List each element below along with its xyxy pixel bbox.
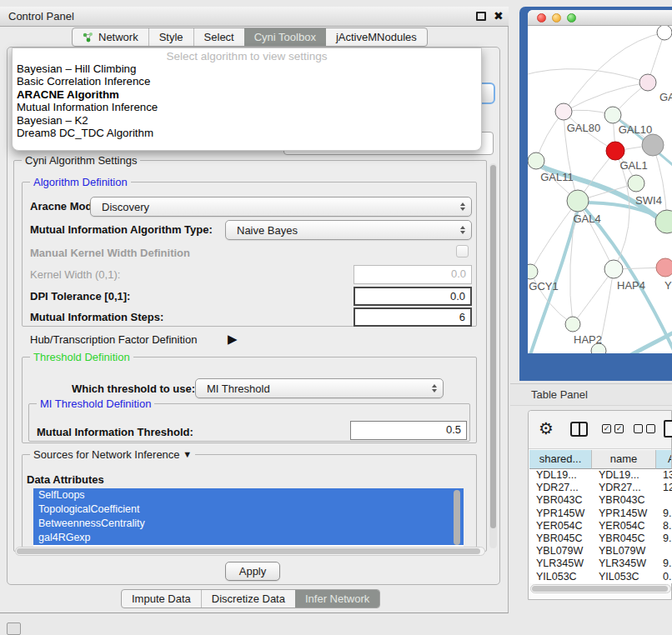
- list-item[interactable]: BetweennessCentrality: [33, 517, 464, 531]
- dropdown-option[interactable]: Dream8 DC_TDC Algorithm: [13, 127, 481, 139]
- network-node[interactable]: [528, 152, 544, 169]
- minimized-window-icon[interactable]: [7, 622, 21, 635]
- table-row[interactable]: YBR043C YBR043C: [529, 494, 672, 507]
- tab-jactivemnodules[interactable]: jActiveMNodules: [326, 28, 427, 46]
- node-label: HAP4: [617, 279, 645, 292]
- dropdown-option[interactable]: Basic Correlation Inference: [13, 75, 481, 88]
- stepper-arrows-icon: [460, 202, 465, 211]
- close-icon[interactable]: ✖: [494, 9, 504, 22]
- cell-shared: YDL19...: [529, 469, 592, 482]
- network-canvas[interactable]: GAL GAL80 GAL10 GAL1 GAL11 SWI4 GAL4 GCY…: [528, 26, 672, 353]
- column-header-shared[interactable]: shared...: [529, 450, 592, 469]
- tab-style[interactable]: Style: [148, 28, 193, 46]
- mi-steps-field[interactable]: 6: [354, 308, 472, 327]
- network-node-gal80[interactable]: [555, 103, 572, 120]
- aracne-mode-combo[interactable]: Discovery: [90, 197, 472, 217]
- tab-label: Select: [204, 31, 234, 43]
- network-node-salmon[interactable]: [656, 258, 672, 277]
- network-node-gray[interactable]: [642, 134, 664, 156]
- dropdown-option[interactable]: Bayesian – K2: [13, 114, 481, 127]
- network-node-hap4[interactable]: [604, 260, 623, 278]
- table-row[interactable]: YPR145W YPR145W 9.: [529, 508, 672, 520]
- column-header-name[interactable]: name: [592, 450, 656, 469]
- attribute-list-scrollbar-thumb[interactable]: [454, 490, 460, 545]
- tab-discretize-data[interactable]: Discretize Data: [201, 590, 295, 608]
- network-node-gal4[interactable]: [567, 190, 589, 212]
- data-attributes-list[interactable]: SelfLoops TopologicalCoefficient Between…: [33, 488, 464, 547]
- network-node-gal-partial[interactable]: [639, 74, 656, 91]
- cell-shared: YIL053C: [529, 571, 592, 583]
- network-node[interactable]: [657, 26, 672, 40]
- algorithm-dropdown-popup: Select algorithm to view settings Bayesi…: [12, 48, 482, 151]
- dropdown-option[interactable]: Mutual Information Inference: [13, 101, 481, 113]
- cell-third: 13: [656, 469, 672, 482]
- tab-impute-data[interactable]: Impute Data: [122, 590, 201, 608]
- cell-shared: YLR345W: [529, 558, 592, 570]
- stepper-arrows-icon: [460, 226, 465, 234]
- mi-type-combo[interactable]: Naive Bayes: [225, 220, 472, 240]
- mi-threshold-field[interactable]: 0.5: [350, 421, 467, 440]
- table-row[interactable]: YER054C YER054C 8.: [529, 520, 672, 532]
- table-row[interactable]: YDR27... YDR27... 12: [529, 482, 672, 494]
- list-item[interactable]: SelfLoops: [33, 488, 464, 502]
- cell-shared: YPR145W: [529, 508, 592, 520]
- field-value: 0.5: [446, 423, 461, 436]
- zoom-traffic-light-icon[interactable]: [567, 13, 576, 22]
- gear-icon[interactable]: ⚙: [539, 418, 554, 438]
- kernel-width-field[interactable]: 0.0: [354, 265, 472, 284]
- tab-label: jActiveMNodules: [336, 31, 417, 43]
- cell-shared: YBR043C: [529, 494, 592, 507]
- collapse-arrow-icon[interactable]: ▼: [183, 449, 192, 459]
- which-threshold-combo[interactable]: MI Threshold: [195, 378, 444, 398]
- document-icon[interactable]: [664, 420, 672, 438]
- table-row[interactable]: YBL079W YBL079W: [529, 545, 672, 558]
- settings-scrollbar-thumb[interactable]: [490, 165, 496, 528]
- minimize-traffic-light-icon[interactable]: [552, 13, 561, 22]
- table-row[interactable]: YIL053C YIL053C 0.: [529, 571, 672, 583]
- float-window-icon[interactable]: [476, 12, 486, 21]
- network-node[interactable]: [655, 210, 672, 233]
- expand-arrow-icon[interactable]: ▶: [228, 332, 238, 347]
- node-label: Y: [664, 279, 672, 292]
- cell-name: YBL079W: [592, 545, 656, 558]
- data-attributes-label: Data Attributes: [27, 473, 104, 486]
- split-view-icon[interactable]: [570, 422, 588, 437]
- select-all-icon[interactable]: ✓✓: [602, 424, 624, 433]
- cell-third: 8.: [656, 520, 672, 532]
- table-hscrollbar-thumb[interactable]: [532, 586, 668, 592]
- manual-kernel-checkbox[interactable]: [456, 245, 469, 258]
- list-item[interactable]: gal4RGexp: [33, 531, 464, 545]
- column-header-third[interactable]: A: [656, 450, 672, 469]
- tab-select[interactable]: Select: [193, 28, 244, 46]
- table-panel-header: Table Panel: [510, 383, 672, 406]
- apply-button[interactable]: Apply: [225, 562, 280, 581]
- tab-label: Discretize Data: [212, 592, 285, 605]
- cell-third: 12: [656, 482, 672, 494]
- network-node-gal10[interactable]: [604, 107, 621, 123]
- table-row[interactable]: YBR045C YBR045C 9.: [529, 532, 672, 545]
- table-row[interactable]: YDL19... YDL19... 13: [529, 469, 672, 482]
- network-node-selected-red[interactable]: [606, 142, 624, 160]
- network-node-gcy1[interactable]: [528, 264, 538, 279]
- tab-infer-network[interactable]: Infer Network: [295, 590, 379, 608]
- table-panel-title: Table Panel: [531, 384, 588, 406]
- settings-hscrollbar-thumb[interactable]: [17, 548, 480, 554]
- tab-cyni-toolbox[interactable]: Cyni Toolbox: [244, 28, 326, 46]
- dropdown-option-selected[interactable]: ARACNE Algorithm: [13, 88, 481, 101]
- tab-network[interactable]: Network: [73, 28, 148, 46]
- dropdown-option[interactable]: Bayesian – Hill Climbing: [13, 62, 481, 75]
- group-title: Algorithm Definition: [30, 176, 131, 188]
- dpi-tolerance-field[interactable]: 0.0: [354, 287, 472, 306]
- network-node-gal1[interactable]: [628, 175, 644, 192]
- mi-type-label: Mutual Information Algorithm Type:: [30, 223, 213, 236]
- table-row[interactable]: YLR345W YLR345W 9.: [529, 558, 672, 570]
- tab-label: Impute Data: [132, 592, 191, 605]
- control-panel-titlebar: Control Panel ✖: [0, 7, 509, 27]
- combo-value: MI Threshold: [207, 382, 270, 395]
- hub-section-label[interactable]: Hub/Transcription Factor Definition: [30, 333, 197, 346]
- close-traffic-light-icon[interactable]: [537, 13, 546, 22]
- network-window-titlebar[interactable]: [528, 10, 672, 26]
- deselect-all-icon[interactable]: [634, 424, 655, 433]
- network-node-hap2[interactable]: [565, 317, 580, 332]
- list-item[interactable]: TopologicalCoefficient: [33, 502, 464, 517]
